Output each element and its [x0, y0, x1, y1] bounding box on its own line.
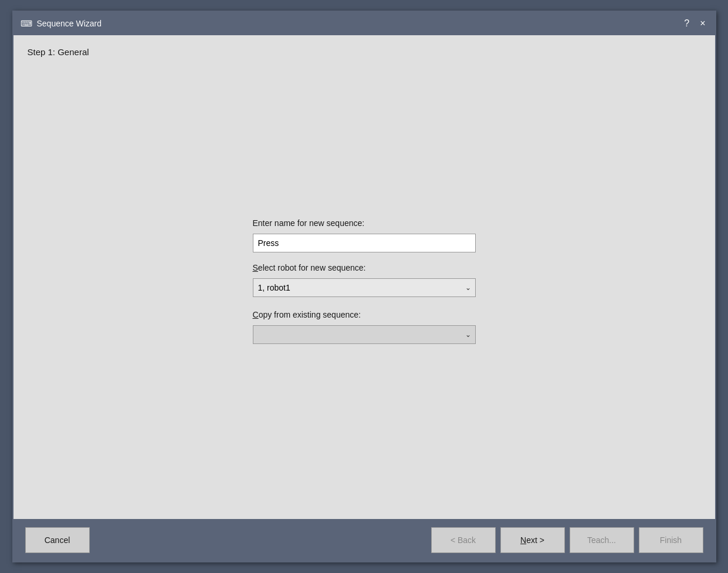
next-label: Next >	[520, 535, 544, 545]
title-bar-left: ⌨ Sequence Wizard	[21, 19, 102, 28]
back-button[interactable]: < Back	[431, 527, 496, 553]
name-label: Enter name for new sequence:	[253, 218, 476, 228]
footer-bar: Cancel < Back Next > Teach... Finish	[13, 519, 715, 561]
step-header: Step 1: General	[28, 47, 701, 57]
teach-button[interactable]: Teach...	[570, 527, 634, 553]
form-container: Enter name for new sequence: Select robo…	[28, 57, 701, 507]
window-title: Sequence Wizard	[37, 19, 102, 28]
form-inner: Enter name for new sequence: Select robo…	[253, 218, 476, 346]
footer-left: Cancel	[25, 527, 90, 553]
robot-select[interactable]: 1, robot1	[253, 278, 476, 297]
close-button[interactable]: ×	[697, 19, 707, 28]
window-icon: ⌨	[21, 19, 32, 28]
content-area: Step 1: General Enter name for new seque…	[13, 35, 715, 519]
title-bar-controls: ? ×	[682, 19, 707, 28]
copy-label: Copy from existing sequence:	[253, 310, 476, 319]
name-input[interactable]	[253, 234, 476, 252]
robot-select-container: 1, robot1 ⌄	[253, 278, 476, 297]
footer-right: < Back Next > Teach... Finish	[431, 527, 703, 553]
help-button[interactable]: ?	[682, 19, 692, 28]
title-bar: ⌨ Sequence Wizard ? ×	[13, 12, 715, 35]
next-button[interactable]: Next >	[500, 527, 565, 553]
copy-select[interactable]	[253, 325, 476, 344]
copy-select-container: ⌄	[253, 325, 476, 344]
robot-label: Select robot for new sequence:	[253, 263, 476, 272]
cancel-button[interactable]: Cancel	[25, 527, 90, 553]
dialog-window: ⌨ Sequence Wizard ? × Step 1: General En…	[12, 11, 716, 562]
finish-button[interactable]: Finish	[639, 527, 703, 553]
